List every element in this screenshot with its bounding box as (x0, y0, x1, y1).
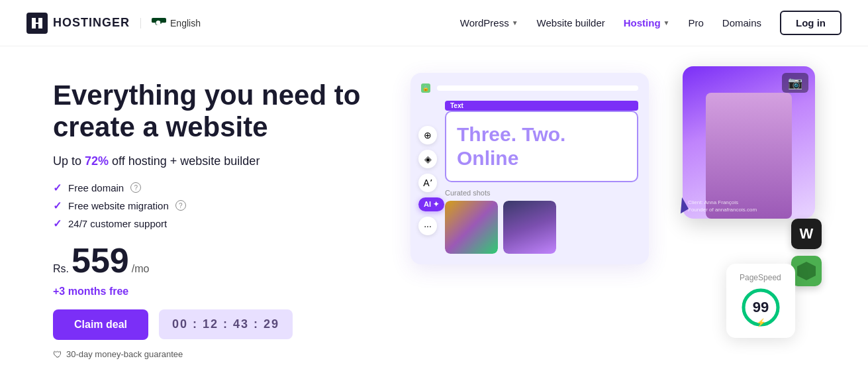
pagespeed-content: PageSpeed 99 ⚡ (740, 273, 782, 329)
info-icon-1[interactable]: ? (130, 182, 141, 193)
hero-left: Everything you need to create a website … (53, 73, 371, 360)
photo-row (445, 201, 638, 254)
claim-deal-button[interactable]: Claim deal (53, 309, 148, 340)
plugin-badge (791, 256, 822, 286)
curated-label: Curated shots (445, 189, 638, 197)
price-period: /mo (132, 263, 150, 275)
info-icon-2[interactable]: ? (175, 200, 186, 211)
pagespeed-card: PageSpeed 99 ⚡ (726, 264, 795, 338)
language-label: English (170, 18, 201, 28)
svg-point-5 (156, 21, 161, 25)
plugin-icon (797, 262, 816, 280)
price-amount: 559 (72, 243, 129, 278)
discount-percent: 72% (85, 154, 109, 168)
navbar: HOSTINGER English WordPress ▼ Website bu… (0, 0, 868, 46)
logo[interactable]: HOSTINGER (26, 13, 130, 34)
features-list: ✓ Free domain ? ✓ Free website migration… (53, 182, 371, 230)
tool-text[interactable]: Aʼ (418, 174, 437, 192)
hero-headline: Everything you need to create a website (53, 80, 371, 144)
nav-domains[interactable]: Domains (722, 17, 761, 28)
price-row: Rs. 559 /mo (53, 243, 371, 278)
photo-card-inner: 📷 Client: Anna FrançoisFounder of annafr… (683, 66, 815, 219)
text-tag-label: Text (445, 101, 638, 111)
speed-score: 99 (753, 300, 769, 315)
countdown-timer: 00 : 12 : 43 : 29 (159, 309, 293, 339)
builder-card: 🔒 ⊕ ◈ Aʼ AI ✦ ··· Text Three. Two (410, 73, 649, 264)
speed-circle: 99 ⚡ (740, 286, 782, 329)
login-button[interactable]: Log in (780, 11, 842, 35)
money-back-label: 30-day money-back guarantee (66, 349, 183, 359)
photographer-card: 📷 Client: Anna FrançoisFounder of annafr… (683, 66, 815, 219)
feature-label-2: Free website migration (68, 200, 169, 211)
feature-migration: ✓ Free website migration ? (53, 199, 371, 212)
hero-visual: .COM 🔒 ⊕ ◈ Aʼ AI ✦ ··· Text (384, 73, 815, 358)
nav-hosting[interactable]: Hosting ▼ (624, 17, 670, 28)
tool-more[interactable]: ··· (418, 217, 437, 235)
builder-side-tools: ⊕ ◈ Aʼ AI ✦ ··· (418, 126, 444, 235)
pagespeed-label: PageSpeed (740, 273, 782, 282)
photo-thumb-1 (445, 201, 498, 254)
photo-caption: Client: Anna FrançoisFounder of annafran… (688, 199, 810, 213)
shield-icon: 🛡 (53, 349, 62, 360)
cta-row: Claim deal 00 : 12 : 43 : 29 (53, 309, 371, 340)
tool-add[interactable]: ⊕ (418, 126, 437, 144)
check-icon-1: ✓ (53, 182, 62, 194)
navbar-left: HOSTINGER English (26, 13, 201, 34)
hosting-chevron: ▼ (663, 19, 670, 27)
hero-subheadline: Up to 72% off hosting + website builder (53, 154, 371, 168)
photo-thumb-2 (503, 201, 556, 254)
wordpress-badge: W (791, 219, 822, 249)
flag-icon (152, 18, 166, 28)
currency-label: Rs. (53, 263, 69, 275)
navbar-right: WordPress ▼ Website builder Hosting ▼ Pr… (460, 11, 842, 35)
brand-name: HOSTINGER (53, 16, 130, 30)
money-back-guarantee: 🛡 30-day money-back guarantee (53, 349, 371, 360)
wordpress-chevron: ▼ (512, 19, 518, 27)
builder-toolbar: 🔒 (421, 83, 638, 93)
feature-label-3: 24/7 customer support (68, 218, 167, 229)
builder-main-text: Three. Two. Online (457, 123, 626, 170)
main-content: Everything you need to create a website … (0, 46, 868, 373)
price-section: Rs. 559 /mo (53, 243, 371, 278)
tool-layers[interactable]: ◈ (418, 150, 437, 168)
url-bar (437, 85, 638, 91)
language-selector[interactable]: English (140, 18, 201, 28)
check-icon-2: ✓ (53, 199, 62, 212)
camera-icon: 📷 (782, 73, 808, 93)
feature-free-domain: ✓ Free domain ? (53, 182, 371, 194)
ssl-lock-icon: 🔒 (421, 83, 430, 93)
nav-pro[interactable]: Pro (688, 17, 703, 28)
feature-label-1: Free domain (68, 182, 124, 193)
ai-button[interactable]: AI ✦ (418, 197, 444, 211)
check-icon-3: ✓ (53, 217, 62, 230)
wp-letter: W (800, 225, 814, 243)
nav-wordpress[interactable]: WordPress ▼ (460, 17, 518, 28)
lightning-icon: ⚡ (756, 318, 766, 327)
bonus-months: +3 months free (53, 286, 371, 298)
builder-text-area: Three. Two. Online (445, 111, 638, 182)
nav-website-builder[interactable]: Website builder (537, 17, 605, 28)
feature-support: ✓ 24/7 customer support (53, 217, 371, 230)
